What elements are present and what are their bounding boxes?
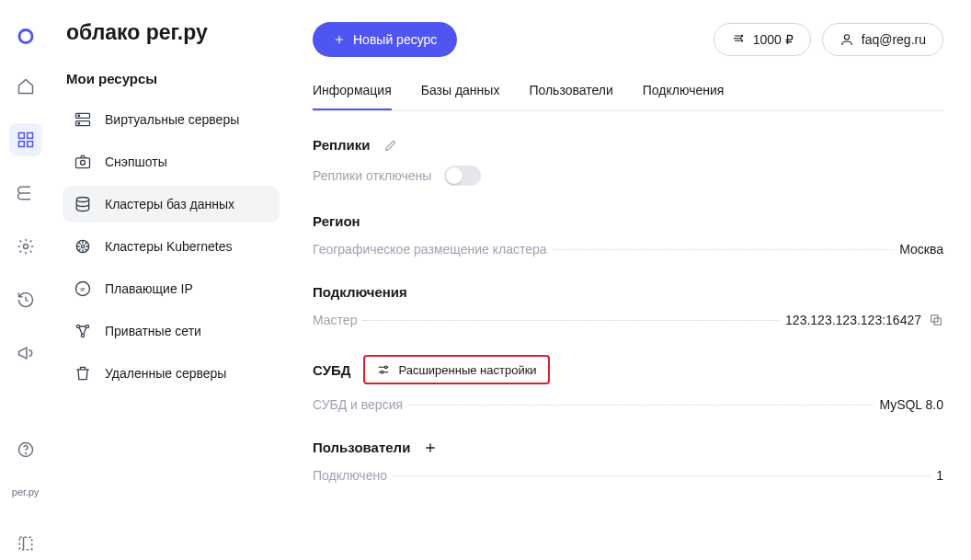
brand-title: облако рег.ру (63, 20, 280, 45)
pencil-icon[interactable] (383, 138, 398, 153)
svg-rect-2 (18, 142, 24, 147)
svg-rect-0 (18, 133, 24, 139)
replicas-status: Реплики отключены (313, 168, 431, 183)
kv-value: 1 (936, 468, 943, 483)
rail-settings-icon[interactable] (9, 230, 42, 263)
sliders-icon (376, 362, 391, 377)
section-connections: Подключения Мастер 123.123.123.123:16427 (313, 284, 943, 327)
kv-key: Географическое размещение кластера (313, 242, 547, 257)
rail-billing-icon[interactable] (9, 177, 42, 210)
dotted-leader (362, 320, 780, 321)
button-label: Новый ресурс (353, 32, 437, 47)
dotted-leader (393, 475, 931, 476)
kv-key: Подключено (313, 468, 387, 483)
section-title: СУБД (313, 362, 350, 378)
sidebar-item-label: Плавающие IP (105, 281, 193, 296)
svg-point-20 (86, 325, 88, 327)
plus-icon[interactable] (423, 440, 438, 455)
sidebar-item-label: Кластеры баз данных (105, 197, 234, 211)
svg-point-22 (741, 35, 742, 36)
dotted-leader (408, 405, 874, 406)
svg-rect-1 (27, 133, 32, 139)
account-pill[interactable]: faq@reg.ru (822, 23, 943, 56)
section-users: Пользователи Подключено 1 (313, 440, 943, 483)
sidebar-item-deleted-servers[interactable]: Удаленные серверы (63, 355, 280, 392)
sidebar-item-kubernetes[interactable]: Кластеры Kubernetes (63, 228, 280, 265)
svg-point-28 (385, 366, 388, 369)
section-title: Регион (313, 213, 360, 229)
kv-value: 123.123.123.123:16427 (785, 313, 921, 327)
rail-announce-icon[interactable] (9, 337, 42, 370)
kv-key: СУБД и версия (313, 397, 403, 412)
sidebar-nav-list: Виртуальные серверы Снэпшоты Кластеры ба… (63, 101, 280, 392)
button-label: Расширенные настройки (398, 363, 536, 377)
new-resource-button[interactable]: Новый ресурс (313, 22, 457, 57)
balance-value: 1000 ₽ (753, 32, 794, 47)
svg-point-4 (23, 245, 28, 249)
svg-point-10 (78, 115, 80, 117)
section-title: Реплики (313, 137, 371, 153)
section-title: Пользователи (313, 440, 410, 455)
app-root: рег.ру облако рег.ру Мои ресурсы Виртуал… (0, 0, 971, 560)
sidebar: облако рег.ру Мои ресурсы Виртуальные се… (51, 0, 291, 560)
dotted-leader (553, 249, 895, 250)
sidebar-item-private-networks[interactable]: Приватные сети (63, 313, 280, 349)
rail-grid-icon[interactable] (9, 123, 42, 156)
svg-point-6 (25, 453, 26, 454)
section-region: Регион Географическое размещение кластер… (313, 213, 943, 257)
plus-icon (333, 33, 346, 46)
svg-rect-7 (19, 537, 31, 549)
kv-key: Мастер (313, 313, 357, 327)
camera-icon (74, 153, 92, 171)
svg-text:IP: IP (80, 287, 86, 292)
account-value: faq@reg.ru (862, 32, 926, 47)
advanced-settings-button[interactable]: Расширенные настройки (363, 355, 549, 384)
sidebar-section-title: Мои ресурсы (63, 71, 280, 86)
svg-point-29 (382, 371, 384, 373)
sidebar-item-label: Удаленные серверы (105, 366, 226, 381)
database-icon (74, 195, 92, 213)
svg-point-25 (844, 35, 849, 40)
svg-point-11 (78, 122, 80, 124)
sidebar-item-label: Виртуальные серверы (105, 112, 239, 127)
server-icon (74, 110, 92, 129)
balance-pill[interactable]: 1000 ₽ (714, 23, 811, 56)
helm-icon (74, 237, 92, 256)
tab-databases[interactable]: Базы данных (421, 83, 500, 110)
svg-point-16 (81, 245, 84, 247)
kv-value: Москва (899, 242, 943, 257)
rail-collapse-icon[interactable] (9, 527, 42, 560)
icon-rail: рег.ру (0, 0, 51, 560)
tab-information[interactable]: Информация (313, 83, 392, 110)
tab-users[interactable]: Пользователи (529, 83, 612, 110)
sidebar-item-label: Кластеры Kubernetes (105, 239, 233, 254)
section-replicas: Реплики Реплики отключены (313, 137, 943, 186)
rail-history-icon[interactable] (9, 283, 42, 316)
replicas-toggle[interactable] (444, 166, 481, 186)
svg-point-14 (76, 198, 88, 202)
svg-point-13 (81, 160, 86, 165)
tabs: Информация Базы данных Пользователи Подк… (313, 83, 943, 111)
sidebar-item-floating-ip[interactable]: IP Плавающие IP (63, 270, 280, 307)
svg-rect-12 (76, 158, 90, 168)
main-content: Новый ресурс 1000 ₽ faq@reg.ru Информаци… (291, 0, 971, 560)
network-icon (74, 322, 92, 340)
rail-brand-text: рег.ру (12, 486, 39, 497)
tab-connections[interactable]: Подключения (643, 83, 725, 110)
trash-icon (74, 364, 92, 383)
svg-point-23 (740, 38, 741, 39)
ip-icon: IP (74, 280, 92, 298)
user-icon (840, 32, 854, 47)
rail-home-icon[interactable] (9, 70, 42, 103)
rail-help-icon[interactable] (9, 433, 42, 466)
svg-point-21 (81, 334, 84, 337)
sidebar-item-snapshots[interactable]: Снэпшоты (63, 143, 280, 180)
sidebar-item-virtual-servers[interactable]: Виртуальные серверы (63, 101, 280, 138)
copy-icon[interactable] (929, 313, 943, 327)
sidebar-item-db-clusters[interactable]: Кластеры баз данных (63, 186, 280, 223)
svg-rect-3 (27, 142, 32, 147)
section-dbms: СУБД Расширенные настройки СУБД и версия… (313, 355, 943, 412)
logo-icon[interactable] (9, 17, 42, 50)
svg-point-24 (741, 40, 742, 41)
section-title: Подключения (313, 284, 407, 300)
